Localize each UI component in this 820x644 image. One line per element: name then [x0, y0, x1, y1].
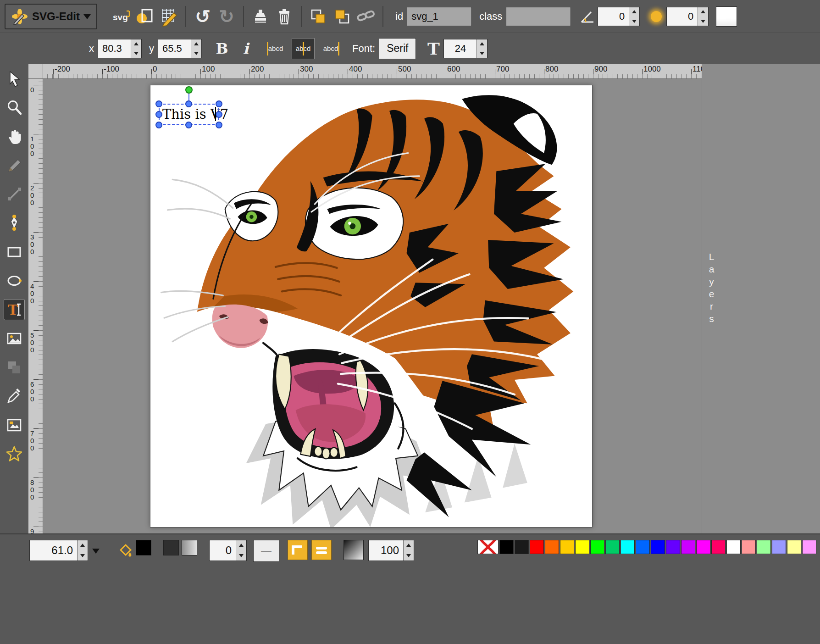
stroke-width-field[interactable]: 0 — [209, 540, 247, 561]
font-family-button[interactable]: Serif — [379, 38, 416, 59]
palette-swatch-6600ff[interactable] — [666, 540, 680, 554]
ellipse-icon — [6, 272, 23, 289]
selection-handle-sw[interactable] — [155, 122, 162, 128]
path-tool-button[interactable] — [4, 212, 25, 233]
palette-swatch-00cc66[interactable] — [605, 540, 620, 554]
opacity-field[interactable]: 100 — [368, 540, 414, 561]
selection-handle-e[interactable] — [216, 111, 222, 118]
shape-library-button[interactable] — [4, 357, 25, 378]
palette-swatch-0066ff[interactable] — [636, 540, 650, 554]
zoom-tool-button[interactable] — [4, 97, 25, 118]
selection-handle-s[interactable] — [185, 122, 192, 128]
stroke-width-spinner[interactable] — [236, 540, 246, 561]
line-tool-button[interactable] — [4, 183, 25, 205]
x-spinner[interactable] — [131, 39, 141, 58]
palette-swatch-ffcc00[interactable] — [560, 540, 574, 554]
ellipse-tool-button[interactable] — [4, 270, 25, 291]
palette-swatch-none[interactable] — [477, 540, 499, 554]
ruler-x-label: 900 — [594, 65, 607, 74]
layers-panel-toggle[interactable]: Layers — [706, 251, 717, 326]
blur-spinner[interactable] — [698, 7, 708, 26]
angle-icon — [578, 7, 597, 26]
delete-button[interactable] — [272, 5, 296, 28]
linejoin-button[interactable] — [288, 540, 308, 560]
zoom-spinner[interactable] — [77, 540, 88, 561]
selection-handle-w[interactable] — [155, 111, 162, 118]
font-size-field[interactable]: 24 — [443, 39, 488, 58]
selection-handle-n[interactable] — [185, 100, 192, 107]
source-editor-icon[interactable]: svg — [109, 5, 133, 28]
redo-button[interactable]: ↻ — [215, 5, 238, 28]
document-properties-icon[interactable] — [133, 5, 157, 28]
stroke-color-swatch[interactable] — [163, 540, 179, 555]
palette-swatch-9999ff[interactable] — [772, 540, 786, 554]
eyedropper-tool-button[interactable] — [4, 386, 25, 407]
palette-swatch-ff0066[interactable] — [711, 540, 726, 554]
blur-field[interactable]: 0 — [666, 7, 709, 26]
opacity-gradient-swatch[interactable] — [344, 540, 364, 560]
linecap-button[interactable] — [311, 540, 332, 560]
palette-swatch-0000ff[interactable] — [651, 540, 665, 554]
palette-swatch-ffff00[interactable] — [575, 540, 589, 554]
palette-swatch-ff6600[interactable] — [545, 540, 559, 554]
fill-color-swatch[interactable] — [136, 540, 151, 555]
move-to-bottom-button[interactable] — [306, 5, 330, 28]
editor-preferences-icon[interactable] — [157, 5, 181, 28]
rotation-spinner[interactable] — [629, 7, 639, 26]
image-tool-button[interactable] — [4, 328, 25, 349]
stroke-style-swatch[interactable] — [182, 540, 197, 555]
element-id-field[interactable]: svg_1 — [407, 7, 472, 26]
select-tool-button[interactable] — [4, 68, 25, 89]
text-tool-button[interactable]: T — [4, 299, 25, 320]
svg-canvas[interactable]: This is V7 — [150, 85, 593, 527]
y-field[interactable]: 65.5 — [158, 39, 202, 58]
zoom-dropdown-button[interactable] — [88, 540, 104, 561]
pencil-tool-button[interactable] — [4, 155, 25, 176]
palette-swatch-99ff99[interactable] — [757, 540, 771, 554]
palette-swatch-1a1a1a[interactable] — [515, 540, 529, 554]
palette-swatch-ff0000[interactable] — [530, 540, 544, 554]
background-color-swatch[interactable] — [716, 6, 737, 27]
selection-handle-se[interactable] — [216, 122, 222, 128]
palette-swatch-00ff00[interactable] — [590, 540, 604, 554]
shapes-icon — [6, 359, 23, 376]
make-link-button[interactable] — [354, 5, 378, 28]
text-anchor-start-button[interactable]: abcd — [264, 38, 287, 59]
y-spinner[interactable] — [191, 39, 201, 58]
palette-swatch-ff99ff[interactable] — [802, 540, 816, 554]
pan-tool-button[interactable] — [4, 126, 25, 147]
move-to-top-button[interactable] — [330, 5, 354, 28]
undo-button[interactable]: ↺ — [191, 5, 215, 28]
opacity-spinner[interactable] — [403, 540, 414, 561]
workspace[interactable]: This is V7 — [43, 79, 702, 533]
text-anchor-caret — [267, 42, 268, 56]
font-size-spinner[interactable] — [476, 39, 487, 58]
tools-sidebar: T — [0, 64, 28, 533]
image-library-button[interactable] — [4, 415, 25, 436]
text-anchor-middle-button[interactable]: abcd — [292, 38, 315, 59]
ruler-y-label: 0 — [30, 86, 34, 94]
stroke-dash-button[interactable]: — — [253, 540, 279, 562]
star-tool-button[interactable] — [4, 444, 25, 465]
zoom-field[interactable]: 61.0 — [29, 540, 88, 561]
palette-swatch-ffff99[interactable] — [787, 540, 801, 554]
palette-swatch-000000[interactable] — [499, 540, 514, 554]
palette-swatch-ff9999[interactable] — [742, 540, 756, 554]
selection-handle-nw[interactable] — [155, 100, 162, 107]
prefs-grid-glyph — [158, 6, 179, 27]
element-class-field[interactable] — [506, 7, 571, 26]
italic-button[interactable]: i — [234, 37, 258, 61]
rotation-field[interactable]: 0 — [598, 7, 640, 26]
palette-swatch-ff00ff[interactable] — [696, 540, 710, 554]
text-anchor-end-button[interactable]: abcd — [319, 38, 342, 59]
bold-button[interactable]: B — [210, 37, 234, 61]
clone-button[interactable] — [249, 5, 272, 28]
selection-handle-ne[interactable] — [216, 100, 222, 107]
main-menu-button[interactable]: SVG-Edit — [5, 4, 97, 29]
rotate-handle[interactable] — [185, 86, 193, 94]
palette-swatch-cc00ff[interactable] — [681, 540, 695, 554]
palette-swatch-00ffff[interactable] — [621, 540, 635, 554]
palette-swatch-ffffff[interactable] — [726, 540, 741, 554]
rect-tool-button[interactable] — [4, 241, 25, 262]
x-field[interactable]: 80.3 — [98, 39, 142, 58]
